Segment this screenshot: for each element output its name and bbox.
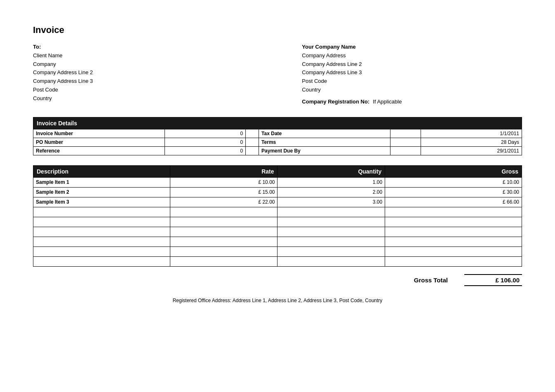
- item-rate: £ 22.00: [170, 197, 278, 207]
- company-section: Your Company Name Company Address Compan…: [302, 43, 522, 105]
- gross-total-value: £ 106.00: [464, 274, 522, 286]
- invoice-details-header: Invoice Details: [33, 117, 522, 129]
- table-row: [33, 256, 522, 266]
- table-row: [33, 207, 522, 217]
- payment-due-value: 29/1/2011: [421, 146, 522, 155]
- table-row: [33, 237, 522, 246]
- po-number-label: PO Number: [33, 138, 165, 146]
- item-rate: [170, 237, 278, 246]
- item-description: [33, 237, 170, 246]
- item-quantity: [278, 246, 385, 256]
- invoice-title: Invoice: [33, 25, 522, 35]
- item-description: [33, 256, 170, 266]
- item-description: [33, 246, 170, 256]
- client-post-code: Post Code: [33, 86, 253, 94]
- bill-to-section: To: Client Name Company Company Address …: [33, 43, 253, 105]
- company-country: Country: [302, 86, 522, 94]
- client-country: Country: [33, 94, 253, 103]
- item-description: Sample Item 1: [33, 177, 170, 187]
- table-row: [33, 246, 522, 256]
- item-rate: £ 10.00: [170, 177, 278, 187]
- po-number-value: 0: [165, 138, 245, 146]
- reg-value: If Applicable: [373, 99, 402, 105]
- item-rate: [170, 217, 278, 227]
- item-quantity: [278, 237, 385, 246]
- item-rate: [170, 227, 278, 237]
- invoice-number-label: Invoice Number: [33, 129, 165, 138]
- company-name: Your Company Name: [302, 43, 522, 52]
- item-gross: [385, 207, 522, 217]
- reference-label: Reference: [33, 146, 165, 155]
- item-description: Sample Item 2: [33, 187, 170, 197]
- table-row: [33, 227, 522, 237]
- item-gross: [385, 256, 522, 266]
- table-row: Sample Item 2£ 15.002.00£ 30.00: [33, 187, 522, 197]
- to-label: To:: [33, 44, 41, 50]
- client-company: Company: [33, 60, 253, 69]
- item-gross: £ 30.00: [385, 187, 522, 197]
- invoice-details-table: Invoice Details Invoice Number 0 Tax Dat…: [33, 117, 522, 155]
- items-table: Description Rate Quantity Gross Sample I…: [33, 165, 522, 267]
- item-description: [33, 217, 170, 227]
- item-quantity: [278, 217, 385, 227]
- item-rate: £ 15.00: [170, 187, 278, 197]
- item-quantity: [278, 207, 385, 217]
- reg-label: Company Registration No:: [302, 99, 369, 105]
- item-quantity: [278, 227, 385, 237]
- invoice-number-value: 0: [165, 129, 245, 138]
- item-description: Sample Item 3: [33, 197, 170, 207]
- client-address-line2: Company Address Line 2: [33, 68, 253, 77]
- item-rate: [170, 207, 278, 217]
- company-post-code: Post Code: [302, 77, 522, 86]
- payment-due-label: Payment Due By: [259, 146, 390, 155]
- col-rate-header: Rate: [170, 165, 278, 177]
- item-gross: £ 10.00: [385, 177, 522, 187]
- gross-total-label: Gross Total: [374, 277, 448, 284]
- item-gross: [385, 246, 522, 256]
- reference-value: 0: [165, 146, 245, 155]
- item-quantity: [278, 256, 385, 266]
- item-gross: [385, 227, 522, 237]
- tax-date-value: 1/1/2011: [421, 129, 522, 138]
- col-quantity-header: Quantity: [278, 165, 385, 177]
- item-gross: [385, 217, 522, 227]
- item-gross: £ 66.00: [385, 197, 522, 207]
- company-address-line3: Company Address Line 3: [302, 68, 522, 77]
- terms-label: Terms: [259, 138, 390, 146]
- item-gross: [385, 237, 522, 246]
- item-quantity: 2.00: [278, 187, 385, 197]
- col-gross-header: Gross: [385, 165, 522, 177]
- table-row: [33, 217, 522, 227]
- item-description: [33, 207, 170, 217]
- item-description: [33, 227, 170, 237]
- company-address: Company Address: [302, 52, 522, 60]
- table-row: Sample Item 3£ 22.003.00£ 66.00: [33, 197, 522, 207]
- items-table-header: Description Rate Quantity Gross: [33, 165, 522, 177]
- gross-total-section: Gross Total £ 106.00: [33, 274, 522, 286]
- terms-value: 28 Days: [421, 138, 522, 146]
- item-rate: [170, 246, 278, 256]
- item-quantity: 1.00: [278, 177, 385, 187]
- col-description-header: Description: [33, 165, 170, 177]
- client-name: Client Name: [33, 52, 253, 60]
- item-rate: [170, 256, 278, 266]
- client-address-line3: Company Address Line 3: [33, 77, 253, 86]
- footer-text: Registered Office Address: Address Line …: [33, 298, 522, 303]
- reg-row: Company Registration No: If Applicable: [302, 99, 522, 105]
- company-address-line2: Company Address Line 2: [302, 60, 522, 69]
- tax-date-label: Tax Date: [259, 129, 390, 138]
- item-quantity: 3.00: [278, 197, 385, 207]
- header-section: To: Client Name Company Company Address …: [33, 43, 522, 105]
- table-row: Sample Item 1£ 10.001.00£ 10.00: [33, 177, 522, 187]
